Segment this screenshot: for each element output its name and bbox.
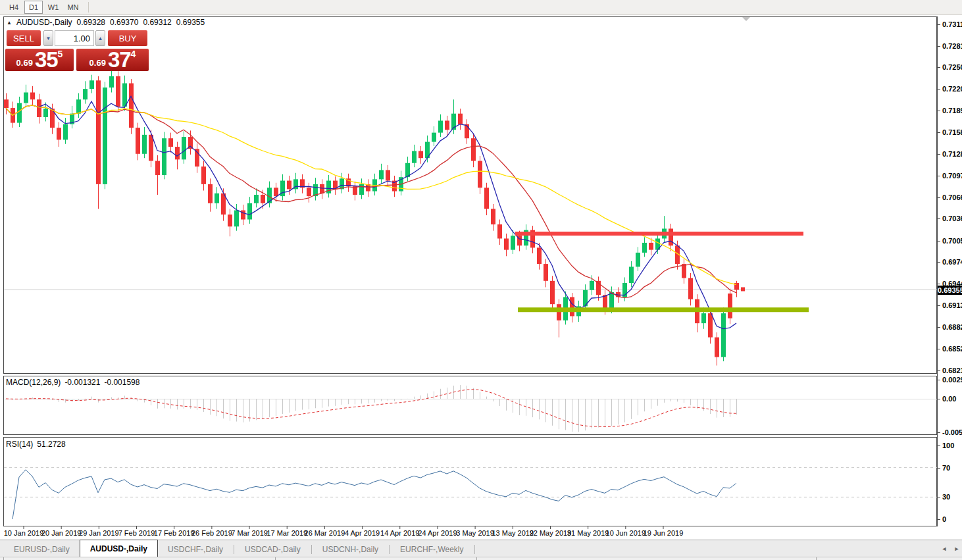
price-axis-tick: 0.69130	[942, 301, 962, 309]
price-axis-tick: 0.70970	[942, 172, 962, 180]
status-cell-divider	[816, 557, 817, 560]
price-axis-tick: 0.71280	[942, 150, 962, 158]
date-axis-label: 17 Mar 2019	[266, 529, 307, 537]
timeframe-button-mn[interactable]: MN	[64, 1, 82, 14]
macd-axis-tick: 0.002984	[942, 376, 962, 384]
tab-separator	[234, 545, 234, 554]
tab-usdcad-daily[interactable]: USDCAD-,Daily	[235, 542, 311, 557]
price-axis-tick: 0.72505	[942, 63, 962, 71]
status-cell-divider	[476, 557, 477, 560]
timeframe-button-w1[interactable]: W1	[44, 1, 63, 14]
date-axis-label: 14 Apr 2019	[380, 529, 419, 537]
price-axis-tick: 0.72810	[942, 42, 962, 50]
status-cell-divider	[275, 557, 276, 560]
sell-button[interactable]: SELL	[7, 30, 41, 46]
rsi-axis-tick: 70	[942, 464, 950, 472]
rsi-value: 51.2728	[37, 440, 65, 449]
date-axis-label: 26 Feb 2019	[191, 529, 232, 537]
price-axis-tick: 0.70050	[942, 237, 962, 245]
volume-input[interactable]	[55, 30, 94, 46]
rsi-axis-tick: 100	[942, 442, 954, 449]
date-axis-label: 31 May 2019	[567, 529, 609, 537]
macd-axis-tick: 0.00	[942, 395, 956, 403]
toolbar-separator	[88, 2, 89, 13]
price-axis-tick: 0.68210	[942, 367, 962, 374]
macd-axis-tick: -0.005256	[942, 428, 962, 436]
buy-price-big: 37	[108, 51, 131, 69]
macd-name: MACD(12,26,9)	[6, 378, 61, 387]
ohlc-high: 0.69370	[110, 18, 138, 27]
buy-price-small: 0.69	[89, 57, 106, 69]
date-axis-label: 3 May 2019	[456, 529, 494, 537]
date-axis-label: 4 Apr 2019	[345, 529, 380, 537]
price-axis-tick: 0.69745	[942, 258, 962, 266]
date-axis-label: 10 Jan 2019	[4, 529, 44, 537]
rsi-axis-tick: 0	[942, 515, 946, 523]
volume-decrease-button[interactable]: ▼	[43, 30, 53, 46]
chart-symbol-label: AUDUSD-,Daily	[16, 18, 72, 27]
tab-separator	[311, 545, 312, 554]
candlestick-plot	[0, 0, 962, 560]
price-axis-tick: 0.71890	[942, 107, 962, 115]
ohlc-low: 0.69312	[143, 18, 171, 27]
price-axis-tick: 0.68520	[942, 345, 962, 353]
symbol-tab-bar: EURUSD-,DailyAUDUSD-,DailyUSDCHF-,DailyU…	[0, 540, 962, 557]
ohlc-open: 0.69328	[77, 18, 105, 27]
price-axis-tick: 0.73115	[942, 20, 962, 28]
sell-price-big: 35	[35, 51, 58, 69]
date-axis-label: 13 May 2019	[492, 529, 534, 537]
macd-label: MACD(12,26,9) -0.001321 -0.001598	[6, 378, 139, 387]
chart-header: ▲ AUDUSD-,Daily 0.69328 0.69370 0.69312 …	[7, 18, 205, 27]
timeframe-button-h4[interactable]: H4	[5, 1, 23, 14]
sell-price-small: 0.69	[16, 57, 33, 69]
date-axis-label: 10 Jun 2019	[606, 529, 646, 537]
volume-increase-button[interactable]: ▲	[95, 30, 105, 46]
price-axis-tick: 0.72200	[942, 85, 962, 93]
status-cell-divider	[3, 557, 4, 560]
one-click-trade-panel: SELL ▼ ▲ BUY 0.69 35 5 0.69 37 4	[5, 29, 149, 71]
price-axis-tick: 0.70360	[942, 215, 962, 222]
tab-separator	[474, 545, 475, 554]
date-axis-label: 29 Jan 2019	[79, 529, 119, 537]
macd-value-1: -0.001321	[64, 378, 100, 387]
price-axis-tick: 0.69440	[942, 280, 962, 288]
price-axis-tick: 0.70665	[942, 193, 962, 201]
sell-price-sup: 5	[58, 50, 63, 58]
tab-eurusd-daily[interactable]: EURUSD-,Daily	[4, 542, 80, 557]
date-axis-label: 24 Apr 2019	[418, 529, 457, 537]
tab-scroll-left-icon[interactable]: ◄	[940, 545, 949, 553]
rsi-name: RSI(14)	[6, 440, 33, 449]
trading-platform-window: H4D1W1MN ▲ AUDUSD-,Daily 0.69328 0.69370…	[0, 0, 962, 560]
price-axis-tick: 0.68825	[942, 323, 962, 331]
buy-price-sup: 4	[131, 50, 136, 58]
timeframe-toolbar: H4D1W1MN	[0, 0, 962, 14]
sell-quote-button[interactable]: 0.69 35 5	[5, 49, 74, 71]
tab-usdchf-daily[interactable]: USDCHF-,Daily	[158, 542, 233, 557]
timeframe-button-d1[interactable]: D1	[24, 1, 43, 14]
collapse-icon[interactable]: ▲	[7, 20, 12, 26]
tab-scroll-right-icon[interactable]: ►	[952, 545, 961, 553]
date-axis-label: 19 Jun 2019	[644, 529, 684, 537]
rsi-label: RSI(14) 51.2728	[6, 440, 66, 449]
date-axis-label: 22 May 2019	[530, 529, 572, 537]
status-bar	[0, 557, 962, 560]
price-axis-tick: 0.71585	[942, 128, 962, 136]
date-axis-label: 20 Jan 2019	[41, 529, 82, 537]
tab-eurchf-weekly[interactable]: EURCHF-,Weekly	[390, 542, 473, 557]
macd-value-2: -0.001598	[104, 378, 139, 387]
date-axis-label: 26 Mar 2019	[305, 529, 345, 537]
date-axis-label: 7 Mar 2019	[231, 529, 268, 537]
date-axis-label: 7 Feb 2019	[118, 529, 155, 537]
tab-usdcnh-daily[interactable]: USDCNH-,Daily	[313, 542, 388, 557]
buy-quote-button[interactable]: 0.69 37 4	[76, 49, 149, 71]
tab-audusd-daily[interactable]: AUDUSD-,Daily	[80, 540, 158, 557]
rsi-axis-tick: 30	[942, 493, 950, 501]
date-axis-label: 17 Feb 2019	[154, 529, 195, 537]
tab-separator	[389, 545, 390, 554]
buy-button[interactable]: BUY	[108, 30, 147, 46]
ohlc-close: 0.69355	[176, 18, 205, 27]
